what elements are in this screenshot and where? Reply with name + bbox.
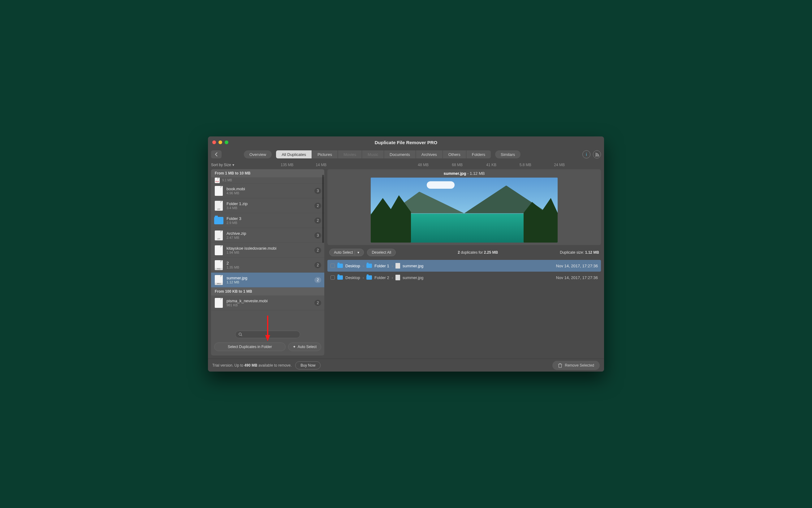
file-icon (395, 263, 400, 268)
tab-folders[interactable]: Folders (466, 151, 491, 158)
file-icon (215, 201, 223, 211)
tab-documents[interactable]: Documents (384, 151, 416, 158)
file-icon (215, 275, 223, 285)
file-size: 9.1 MB (222, 178, 232, 182)
sub-toolbar: Sort by Size ▾ 135 MB 14 MB 48 MB 68 MB … (208, 161, 604, 169)
count-badge: 2 (314, 300, 321, 306)
group-list[interactable]: From 1 MB to 10 MB9.1 MBbook.mobi4.96 MB… (211, 169, 324, 328)
window-controls (208, 140, 228, 144)
file-name: kitayskoe issledovanie.mobi (226, 246, 314, 251)
duplicate-size: Duplicate size: 1.12 MB (560, 250, 599, 255)
chevron-right-icon: › (363, 276, 364, 280)
path-segment: Desktop (345, 276, 360, 280)
folder-icon (367, 264, 372, 268)
maximize-icon[interactable] (225, 140, 228, 144)
folder-icon (214, 217, 223, 224)
file-size: 1.94 MB (226, 251, 314, 254)
tab-music[interactable]: Music (362, 151, 384, 158)
count-badge: 2 (314, 247, 321, 253)
category-tabs: All Duplicates Pictures Movies Music Doc… (276, 151, 491, 158)
duplicate-paths-list: Desktop › Folder 1 › summer.jpgNov 14, 2… (328, 260, 601, 283)
section-header: From 100 KB to 1 MB (211, 287, 324, 295)
search-icon (239, 333, 242, 336)
list-item[interactable]: 9.1 MB (211, 177, 324, 183)
left-tools: Select Duplicates in Folder ✦ Auto Selec… (211, 328, 324, 355)
duplicate-path-row[interactable]: Desktop › Folder 2 › summer.jpgNov 14, 2… (328, 271, 601, 283)
minimize-icon[interactable] (218, 140, 222, 144)
count-badge: 2 (314, 277, 321, 283)
count-badge: 3 (314, 232, 321, 239)
list-item[interactable]: 21.35 MB2 (211, 258, 324, 272)
tab-archives[interactable]: Archives (416, 151, 443, 158)
tab-overview[interactable]: Overview (244, 151, 272, 158)
trash-icon (558, 363, 562, 368)
list-item[interactable]: book.mobi4.96 MB3 (211, 183, 324, 198)
window-title: Duplicate File Remover PRO (208, 140, 604, 145)
auto-select-dropdown[interactable]: Auto Select ▾ (329, 249, 364, 256)
count-badge: 2 (314, 217, 321, 224)
row-checkbox[interactable] (331, 264, 335, 268)
count-badge: 2 (314, 262, 321, 268)
auto-select-button[interactable]: ✦ Auto Select (288, 342, 321, 351)
select-duplicates-in-folder-button[interactable]: Select Duplicates in Folder (214, 342, 286, 351)
file-icon (215, 245, 223, 255)
file-size: 1.12 MB (226, 280, 314, 284)
deselect-all-button[interactable]: Deselect All (367, 249, 396, 256)
rss-icon[interactable] (593, 151, 601, 158)
wand-icon: ✦ (293, 345, 296, 349)
file-name: 2 (226, 261, 314, 265)
timestamp: Nov 14, 2017, 17:27:36 (556, 264, 598, 268)
folder-icon (337, 264, 343, 268)
info-icon[interactable]: i (583, 151, 590, 158)
tab-all-duplicates[interactable]: All Duplicates (276, 151, 312, 158)
list-item[interactable]: Folder 32.9 MB2 (211, 213, 324, 228)
list-item[interactable]: kitayskoe issledovanie.mobi1.94 MB2 (211, 243, 324, 258)
size-folders: 5.8 MB (508, 163, 543, 167)
duplicate-path-row[interactable]: Desktop › Folder 1 › summer.jpgNov 14, 2… (328, 260, 601, 271)
list-item[interactable]: pisma_k_neveste.mobi981 KB2 (211, 295, 324, 310)
buy-now-button[interactable]: Buy Now (295, 362, 320, 369)
preview-header: summer.jpg - 1.12 MB (328, 169, 601, 178)
preview-pane: summer.jpg - 1.12 MB (328, 169, 601, 245)
size-archives: 68 MB (440, 163, 474, 167)
close-icon[interactable] (212, 140, 216, 144)
tab-similars[interactable]: Similars (495, 151, 520, 158)
file-name: pisma_k_neveste.mobi (226, 299, 314, 303)
size-pictures: 14 MB (304, 163, 338, 167)
tab-movies[interactable]: Movies (338, 151, 362, 158)
file-icon (215, 178, 220, 183)
tab-pictures[interactable]: Pictures (312, 151, 338, 158)
list-item[interactable]: summer.jpg1.12 MB2 (211, 272, 324, 287)
trial-message: Trial version. Up to 490 MB available to… (212, 363, 292, 368)
detail-panel: summer.jpg - 1.12 MB Auto Select ▾ Desel… (328, 169, 601, 355)
folder-icon (337, 276, 343, 280)
auto-select-dropdown-label: Auto Select (334, 250, 353, 255)
file-size: 981 KB (226, 303, 314, 307)
list-item[interactable]: Folder 1.zip3.4 MB2 (211, 198, 324, 213)
toolbar: Overview All Duplicates Pictures Movies … (208, 148, 604, 161)
remove-selected-label: Remove Selected (565, 363, 594, 368)
size-documents: 48 MB (406, 163, 440, 167)
size-all: 135 MB (270, 163, 304, 167)
file-size: 1.35 MB (226, 265, 314, 269)
chevron-right-icon: › (392, 264, 393, 268)
path-segment: summer.jpg (402, 264, 423, 268)
tab-others[interactable]: Others (443, 151, 466, 158)
path-segment: Folder 1 (375, 264, 389, 268)
duplicate-controls: Auto Select ▾ Deselect All 2 duplicates … (328, 248, 601, 257)
row-checkbox[interactable] (331, 276, 335, 280)
list-item[interactable]: Archive.zip2.47 MB3 (211, 228, 324, 243)
file-size: 3.4 MB (226, 206, 314, 210)
back-button[interactable] (211, 151, 222, 158)
count-badge: 2 (314, 203, 321, 209)
file-size: 2.47 MB (226, 236, 314, 240)
file-name: Archive.zip (226, 231, 314, 236)
scrollbar-thumb[interactable] (322, 175, 324, 243)
size-similars: 24 MB (543, 163, 576, 167)
remove-selected-button[interactable]: Remove Selected (552, 361, 600, 370)
footer: Trial version. Up to 490 MB available to… (208, 358, 604, 372)
preview-size: - 1.12 MB (466, 171, 485, 176)
sort-dropdown[interactable]: Sort by Size ▾ (211, 163, 234, 167)
search-input[interactable] (235, 331, 300, 338)
preview-image (371, 178, 558, 243)
